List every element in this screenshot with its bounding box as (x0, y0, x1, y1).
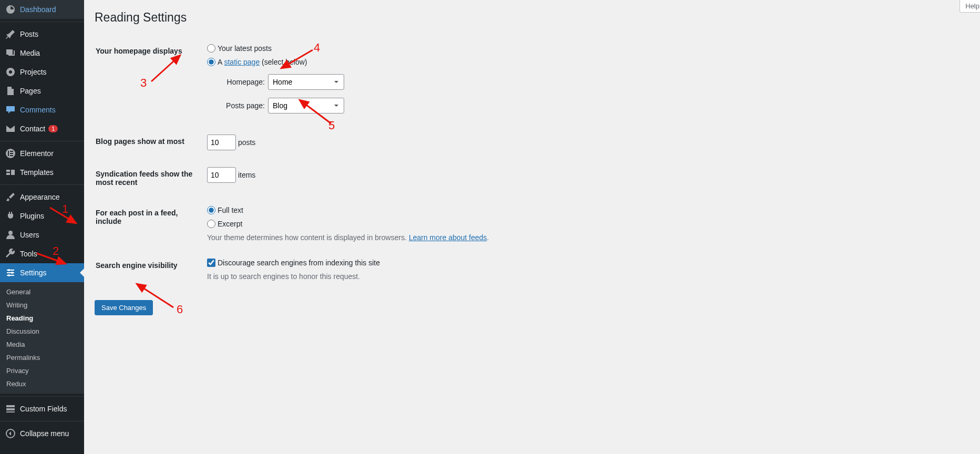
sidebar-label: Posts (20, 30, 38, 38)
submenu-general[interactable]: General (0, 285, 84, 298)
sidebar-label: Pages (20, 87, 41, 95)
static-page-link[interactable]: static page (224, 58, 260, 66)
projects-icon (5, 67, 16, 77)
sidebar-item-tools[interactable]: Tools (0, 244, 84, 263)
sidebar-item-pages[interactable]: Pages (0, 81, 84, 100)
sidebar-item-plugins[interactable]: Plugins (0, 207, 84, 225)
search-visibility-description: It is up to search engines to honor this… (207, 272, 963, 281)
sidebar-item-templates[interactable]: Templates (0, 163, 84, 182)
learn-more-feeds-link[interactable]: Learn more about feeds (409, 233, 487, 242)
sidebar-label: Media (20, 49, 40, 57)
settings-submenu: General Writing Reading Discussion Media… (0, 282, 84, 394)
radio-full-label: Full text (218, 206, 243, 214)
sidebar-item-dashboard[interactable]: Dashboard (0, 0, 84, 19)
sidebar-item-projects[interactable]: Projects (0, 63, 84, 81)
feed-description: Your theme determines how content is dis… (207, 233, 963, 242)
sidebar-item-settings[interactable]: Settings (0, 263, 84, 282)
sidebar-item-posts[interactable]: Posts (0, 22, 84, 44)
submenu-redux[interactable]: Redux (0, 377, 84, 390)
svg-rect-5 (10, 153, 13, 154)
blog-pages-label: Blog pages show at most (96, 127, 201, 158)
help-tab[interactable]: Help (960, 0, 980, 13)
svg-point-7 (8, 231, 13, 235)
radio-latest-posts[interactable] (207, 44, 215, 53)
mail-icon (5, 123, 16, 134)
checkbox-discourage[interactable] (207, 259, 215, 267)
sidebar-label: Projects (20, 68, 47, 76)
submenu-reading[interactable]: Reading (0, 312, 84, 325)
blog-pages-suffix: posts (238, 138, 255, 147)
svg-point-12 (11, 272, 13, 274)
content-area: Help Reading Settings Your homepage disp… (84, 0, 980, 454)
save-button[interactable]: Save Changes (95, 300, 153, 315)
sidebar-item-media[interactable]: Media (0, 44, 84, 63)
checkbox-discourage-label: Discourage search engines from indexing … (218, 259, 380, 267)
wrench-icon (5, 249, 16, 259)
notification-badge: 1 (48, 125, 58, 132)
submenu-writing[interactable]: Writing (0, 298, 84, 312)
dashboard-icon (5, 4, 16, 15)
svg-point-11 (8, 269, 10, 271)
sidebar-label: Dashboard (20, 5, 56, 14)
syndication-suffix: items (238, 171, 255, 179)
sidebar-collapse[interactable]: Collapse menu (0, 421, 84, 443)
sidebar-label: Custom Fields (20, 405, 67, 413)
pin-icon (5, 29, 16, 39)
sidebar-label: Settings (20, 269, 47, 277)
search-visibility-label: Search engine visibility (96, 251, 201, 288)
syndication-input[interactable] (207, 167, 236, 183)
annotation-6: 6 (177, 303, 183, 316)
sidebar-label: Plugins (20, 212, 44, 220)
sidebar-label: Elementor (20, 149, 54, 158)
sidebar-item-appearance[interactable]: Appearance (0, 184, 84, 207)
posts-page-select[interactable]: Blog (268, 98, 344, 113)
sidebar-label: Appearance (20, 193, 60, 201)
admin-sidebar: Dashboard Posts Media Projects Pages Com… (0, 0, 84, 454)
homepage-select[interactable]: Home (268, 74, 344, 90)
users-icon (5, 230, 16, 240)
templates-icon (5, 167, 16, 178)
svg-rect-16 (6, 411, 15, 412)
radio-static-label: A static page (select below) (218, 58, 307, 66)
sidebar-item-elementor[interactable]: Elementor (0, 141, 84, 163)
svg-rect-15 (6, 408, 15, 410)
sidebar-label: Templates (20, 168, 54, 177)
sidebar-label: Tools (20, 250, 37, 258)
page-title: Reading Settings (95, 11, 969, 25)
submenu-discussion[interactable]: Discussion (0, 325, 84, 338)
homepage-select-label: Homepage: (218, 78, 265, 86)
media-icon (5, 48, 16, 58)
svg-rect-14 (6, 405, 15, 407)
sidebar-label: Comments (20, 106, 56, 114)
sidebar-label: Users (20, 231, 39, 239)
comments-icon (5, 105, 16, 115)
svg-point-1 (9, 70, 12, 74)
sidebar-item-users[interactable]: Users (0, 225, 84, 244)
blog-pages-input[interactable] (207, 135, 236, 150)
radio-latest-label: Your latest posts (218, 44, 272, 53)
fields-icon (5, 404, 16, 414)
elementor-icon (5, 148, 16, 159)
collapse-icon (5, 428, 16, 439)
pages-icon (5, 86, 16, 96)
radio-excerpt-label: Excerpt (218, 220, 242, 228)
submenu-privacy[interactable]: Privacy (0, 364, 84, 377)
posts-page-select-label: Posts page: (218, 101, 265, 110)
submenu-media[interactable]: Media (0, 338, 84, 351)
brush-icon (5, 192, 16, 202)
settings-icon (5, 267, 16, 278)
radio-excerpt[interactable] (207, 220, 215, 228)
svg-rect-6 (10, 155, 13, 156)
sidebar-item-comments[interactable]: Comments (0, 100, 84, 119)
submenu-permalinks[interactable]: Permalinks (0, 351, 84, 364)
sidebar-item-contact[interactable]: Contact 1 (0, 119, 84, 138)
svg-rect-4 (10, 151, 13, 152)
sidebar-item-custom-fields[interactable]: Custom Fields (0, 396, 84, 418)
sidebar-label: Collapse menu (20, 429, 69, 438)
homepage-displays-label: Your homepage displays (96, 36, 201, 126)
plug-icon (5, 211, 16, 221)
radio-full-text[interactable] (207, 206, 215, 214)
radio-static-page[interactable] (207, 58, 215, 66)
feed-include-label: For each post in a feed, include (96, 198, 201, 250)
syndication-label: Syndication feeds show the most recent (96, 159, 201, 197)
